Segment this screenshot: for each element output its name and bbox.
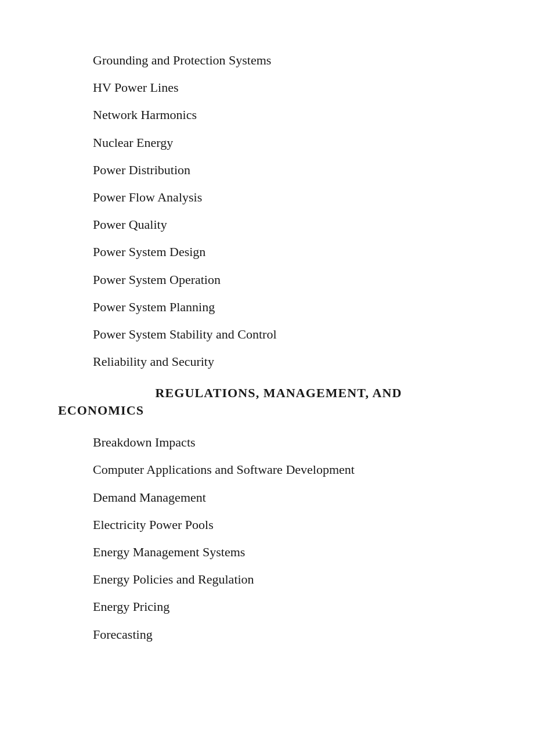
- list-item-power-system-design: Power System Design: [58, 238, 499, 265]
- list-item-power-distribution: Power Distribution: [58, 156, 499, 183]
- list-item-hv-power: HV Power Lines: [58, 74, 499, 101]
- list-item-demand-management: Demand Management: [58, 484, 499, 511]
- list-item-power-system-operation: Power System Operation: [58, 266, 499, 293]
- list-item-energy-pricing: Energy Pricing: [58, 593, 499, 620]
- list-item-power-system-stability: Power System Stability and Control: [58, 321, 499, 348]
- list-item-energy-policies: Energy Policies and Regulation: [58, 566, 499, 593]
- list-item-breakdown-impacts: Breakdown Impacts: [58, 429, 499, 456]
- section-header-line1: REGULATIONS, MANAGEMENT, AND: [58, 375, 499, 403]
- list-item-power-system-planning: Power System Planning: [58, 293, 499, 321]
- list-item-electricity-power-pools: Electricity Power Pools: [58, 511, 499, 538]
- main-content: Grounding and Protection SystemsHV Power…: [0, 46, 534, 648]
- list-item-computer-applications: Computer Applications and Software Devel…: [58, 456, 499, 483]
- list-item-power-quality: Power Quality: [58, 211, 499, 238]
- list-item-nuclear-energy: Nuclear Energy: [58, 129, 499, 156]
- section-header-line2: ECONOMICS: [58, 403, 499, 429]
- list-item-forecasting: Forecasting: [58, 621, 499, 648]
- bottom-list: Breakdown ImpactsComputer Applications a…: [58, 429, 499, 648]
- list-item-energy-management: Energy Management Systems: [58, 538, 499, 566]
- section-header-block: REGULATIONS, MANAGEMENT, AND ECONOMICS: [58, 375, 499, 429]
- list-item-grounding: Grounding and Protection Systems: [58, 46, 499, 74]
- list-item-power-flow: Power Flow Analysis: [58, 183, 499, 211]
- list-item-network-harmonics: Network Harmonics: [58, 101, 499, 128]
- top-list: Grounding and Protection SystemsHV Power…: [58, 46, 499, 375]
- list-item-reliability-security: Reliability and Security: [58, 348, 499, 375]
